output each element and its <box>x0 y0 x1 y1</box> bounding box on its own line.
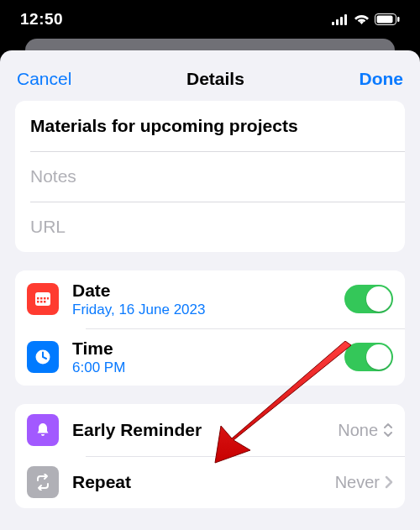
repeat-icon <box>27 466 59 498</box>
datetime-group: Date Friday, 16 June 2023 Time 6:00 PM <box>15 270 405 386</box>
date-label: Date <box>72 281 344 301</box>
battery-icon <box>375 13 400 25</box>
repeat-row[interactable]: Repeat Never <box>15 456 405 508</box>
time-toggle[interactable] <box>344 343 393 371</box>
signal-icon <box>332 14 349 25</box>
wifi-icon <box>354 13 370 25</box>
svg-rect-6 <box>397 17 400 22</box>
svg-rect-9 <box>40 297 43 300</box>
details-sheet: Cancel Details Done Materials for upcomi… <box>0 50 420 530</box>
svg-rect-11 <box>47 297 49 300</box>
time-label: Time <box>72 338 344 359</box>
svg-rect-1 <box>336 19 339 25</box>
date-value: Friday, 16 June 2023 <box>72 302 344 318</box>
svg-rect-2 <box>340 17 343 25</box>
title-field[interactable]: Materials for upcoming projects <box>15 101 405 151</box>
repeat-value: Never <box>335 473 380 492</box>
svg-rect-12 <box>37 301 39 303</box>
date-row[interactable]: Date Friday, 16 June 2023 <box>15 270 405 328</box>
done-button[interactable]: Done <box>360 69 404 89</box>
status-bar: 12:50 <box>0 0 420 39</box>
text-fields-group: Materials for upcoming projects Notes UR… <box>15 101 405 252</box>
svg-rect-14 <box>44 301 46 303</box>
chevron-right-icon <box>385 475 393 489</box>
bell-icon <box>27 414 59 446</box>
notes-field[interactable]: Notes <box>15 151 405 202</box>
early-reminder-row[interactable]: Early Reminder None <box>15 404 405 456</box>
svg-rect-3 <box>344 14 347 25</box>
cancel-button[interactable]: Cancel <box>17 69 71 89</box>
repeat-label: Repeat <box>72 472 335 492</box>
date-toggle[interactable] <box>344 285 393 313</box>
time-value: 6:00 PM <box>72 359 344 376</box>
options-group: Early Reminder None Repeat Never <box>15 404 405 508</box>
sheet-title: Details <box>186 69 244 89</box>
svg-rect-8 <box>37 297 39 300</box>
clock-icon <box>27 341 59 373</box>
svg-rect-5 <box>377 16 393 24</box>
status-time: 12:50 <box>20 10 63 29</box>
url-field[interactable]: URL <box>15 202 405 252</box>
calendar-icon <box>27 283 59 315</box>
early-reminder-label: Early Reminder <box>72 420 338 440</box>
sheet-header: Cancel Details Done <box>0 55 420 101</box>
early-reminder-value-wrap: None <box>338 421 393 440</box>
svg-rect-13 <box>40 301 43 303</box>
svg-rect-10 <box>44 297 46 300</box>
time-row[interactable]: Time 6:00 PM <box>15 328 405 386</box>
svg-rect-0 <box>332 22 334 25</box>
stepper-icon <box>383 422 393 438</box>
repeat-value-wrap: Never <box>335 473 393 492</box>
status-icons <box>332 13 400 25</box>
early-reminder-value: None <box>338 421 378 440</box>
